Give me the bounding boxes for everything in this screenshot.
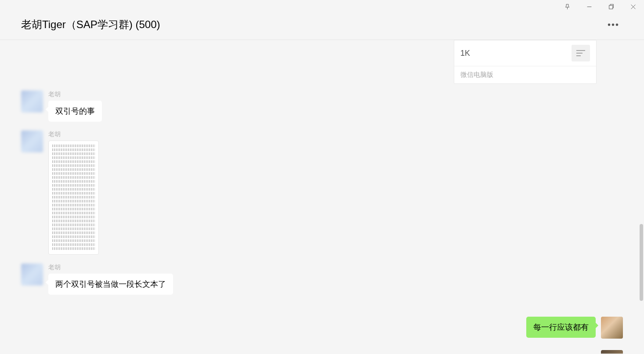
text-lines-icon <box>572 45 590 61</box>
my-message-bubble[interactable]: 每一行应该都有 <box>526 317 596 338</box>
link-card-count: 1K <box>460 49 470 58</box>
next-avatar-peek <box>601 350 623 354</box>
avatar[interactable] <box>21 130 43 152</box>
maximize-button[interactable] <box>604 0 618 13</box>
scrollbar[interactable] <box>640 224 643 301</box>
link-card-top: 1K <box>454 40 596 66</box>
window-titlebar <box>0 0 644 13</box>
chat-title: 老胡Tiger（SAP学习群) (500) <box>21 18 160 32</box>
my-avatar[interactable] <box>601 317 623 339</box>
message-content: 老胡 双引号的事 <box>48 90 102 122</box>
sender-name: 老胡 <box>48 130 99 138</box>
message-row: 老胡 双引号的事 <box>21 90 623 122</box>
message-content: 老胡 <box>48 130 99 255</box>
message-row: 老胡 <box>21 130 623 255</box>
message-bubble[interactable]: 双引号的事 <box>48 101 102 122</box>
avatar[interactable] <box>21 264 43 285</box>
message-row: 老胡 两个双引号被当做一段长文本了 <box>21 264 623 295</box>
message-content: 老胡 两个双引号被当做一段长文本了 <box>48 264 173 295</box>
avatar[interactable] <box>21 90 43 112</box>
image-thumbnail <box>51 144 96 252</box>
close-button[interactable] <box>626 0 640 13</box>
message-bubble[interactable]: 两个双引号被当做一段长文本了 <box>48 274 173 295</box>
chat-header: 老胡Tiger（SAP学习群) (500) ••• <box>0 13 644 40</box>
link-card[interactable]: 1K 微信电脑版 <box>454 40 597 84</box>
more-button[interactable]: ••• <box>608 20 623 30</box>
link-card-source: 微信电脑版 <box>454 66 596 83</box>
svg-rect-1 <box>609 5 612 9</box>
my-message-row: 每一行应该都有 <box>21 317 623 339</box>
sender-name: 老胡 <box>48 90 102 98</box>
chat-area: 1K 微信电脑版 老胡 双引号的事 老胡 <box>0 40 644 354</box>
pin-button[interactable] <box>561 0 574 13</box>
minimize-button[interactable] <box>582 0 596 13</box>
image-message[interactable] <box>48 141 99 255</box>
sender-name: 老胡 <box>48 264 173 271</box>
